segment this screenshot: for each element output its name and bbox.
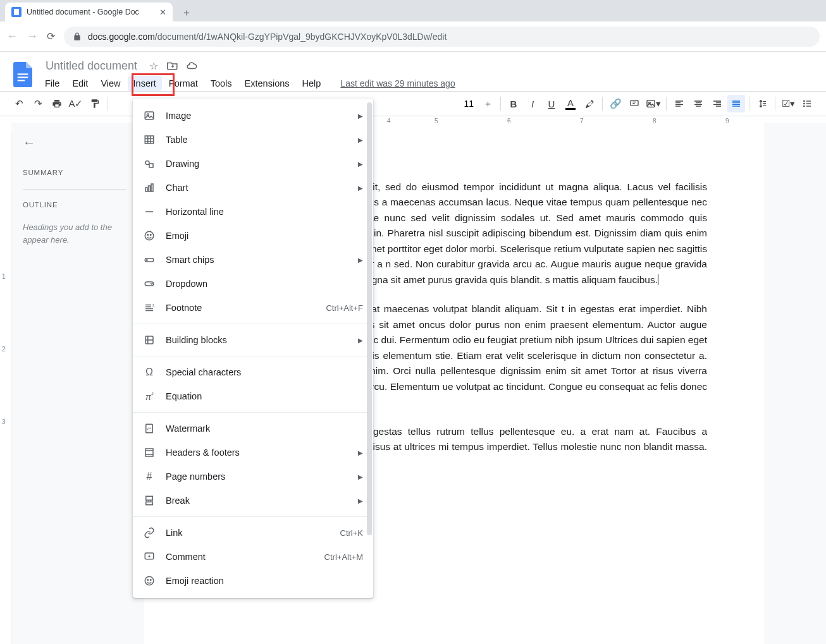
submenu-arrow-icon: ▶ (358, 473, 363, 480)
menu-item-label: Link (166, 528, 330, 538)
tab-title: Untitled document - Google Doc (27, 8, 139, 16)
insert-menu-drawing[interactable]: Drawing▶ (133, 152, 373, 176)
menu-divider (133, 356, 373, 356)
insert-menu-break[interactable]: Break▶ (133, 489, 373, 513)
nav-forward-button[interactable]: → (27, 30, 38, 43)
nav-back-button[interactable]: ← (6, 30, 18, 43)
menu-file[interactable]: File (39, 76, 65, 91)
insert-menu-emoji[interactable]: Emoji (133, 224, 373, 248)
redo-button[interactable]: ↷ (29, 95, 47, 112)
url-text: docs.google.com/document/d/1wANQkil-GzgY… (88, 32, 447, 42)
align-center-button[interactable] (689, 95, 707, 112)
menu-insert[interactable]: Insert (128, 76, 162, 91)
insert-comment-button[interactable] (626, 95, 643, 112)
insert-menu-footnote[interactable]: 1FootnoteCtrl+Alt+F (133, 296, 373, 320)
svg-rect-2 (18, 80, 25, 81)
insert-menu-chart[interactable]: Chart▶ (133, 176, 373, 200)
table-icon (143, 133, 156, 146)
insert-menu-building-blocks[interactable]: Building blocks▶ (133, 328, 373, 352)
document-title[interactable]: Untitled document (42, 58, 141, 74)
menu-help[interactable]: Help (297, 76, 327, 91)
insert-menu-link[interactable]: LinkCtrl+K (133, 521, 373, 545)
star-icon[interactable]: ☆ (147, 59, 160, 72)
menu-item-label: Dropdown (166, 279, 363, 289)
print-button[interactable] (48, 95, 66, 112)
menu-edit[interactable]: Edit (66, 76, 94, 91)
docs-favicon-icon (11, 7, 22, 17)
insert-menu-equation[interactable]: π²Equation (133, 384, 373, 408)
sidebar-back-button[interactable]: ← (23, 135, 126, 150)
vruler-mark: 1 (2, 273, 6, 280)
svg-point-41 (147, 580, 149, 581)
insert-menu-dropdown[interactable]: Dropdown (133, 272, 373, 296)
text-color-button[interactable]: A (562, 95, 579, 112)
insert-image-button[interactable]: ▾ (644, 95, 662, 112)
cloud-status-icon[interactable] (185, 59, 198, 72)
blocks-icon (143, 334, 156, 346)
footnote-icon: 1 (143, 301, 156, 314)
insert-menu-image[interactable]: Image▶ (133, 104, 373, 128)
hash-icon: # (143, 470, 156, 483)
fontsize-input[interactable]: 11 (460, 99, 478, 109)
new-tab-button[interactable]: ＋ (178, 4, 195, 21)
url-field[interactable]: docs.google.com/document/d/1wANQkil-GzgY… (64, 27, 820, 47)
insert-menu-smart-chips[interactable]: Smart chips▶ (133, 248, 373, 272)
equation-icon: π² (143, 390, 156, 403)
underline-button[interactable]: U (543, 95, 560, 112)
vruler-mark: 3 (2, 418, 6, 425)
fontsize-increase-button[interactable]: ＋ (479, 95, 496, 112)
svg-rect-4 (647, 100, 655, 107)
docs-logo-icon[interactable] (10, 59, 35, 90)
align-left-button[interactable] (670, 95, 688, 112)
checklist-button[interactable]: ☑▾ (779, 95, 797, 112)
dropdown-scrollbar[interactable] (367, 102, 372, 535)
menu-item-label: Table (166, 135, 348, 145)
menu-item-label: Chart (166, 183, 348, 193)
insert-menu-horizontal-line[interactable]: Horizontal line (133, 200, 373, 224)
break-icon (143, 494, 156, 507)
chips-icon (143, 253, 156, 266)
insert-menu-emoji-reaction[interactable]: Emoji reaction (133, 569, 373, 593)
menu-view[interactable]: View (95, 76, 126, 91)
close-tab-icon[interactable]: ✕ (159, 8, 166, 17)
spellcheck-button[interactable]: A✓ (67, 95, 85, 112)
svg-text:1: 1 (152, 303, 155, 307)
insert-menu-comment[interactable]: CommentCtrl+Alt+M (133, 545, 373, 569)
menu-tools[interactable]: Tools (205, 76, 238, 91)
align-right-button[interactable] (708, 95, 726, 112)
insert-menu-page-numbers[interactable]: #Page numbers▶ (133, 465, 373, 489)
address-bar-row: ← → ⟳ docs.google.com/document/d/1wANQki… (0, 21, 826, 52)
menu-divider (133, 324, 373, 324)
menu-shortcut: Ctrl+Alt+M (324, 552, 363, 562)
svg-rect-10 (806, 103, 811, 104)
italic-button[interactable]: I (524, 95, 541, 112)
line-spacing-button[interactable] (753, 95, 771, 112)
svg-point-22 (147, 234, 149, 236)
svg-rect-1 (18, 76, 28, 78)
last-edit-link[interactable]: Last edit was 29 minutes ago (340, 78, 455, 88)
vertical-ruler[interactable]: 1 2 3 (0, 134, 11, 644)
watermark-icon (143, 422, 156, 435)
insert-menu-watermark[interactable]: Watermark (133, 416, 373, 440)
tab-strip: Untitled document - Google Doc ✕ ＋ (0, 0, 826, 21)
bold-button[interactable]: B (505, 95, 522, 112)
emoji-icon (143, 229, 156, 242)
docs-header: Untitled document ☆ File Edit View Inser… (0, 52, 826, 91)
menu-format[interactable]: Format (163, 76, 204, 91)
move-folder-icon[interactable] (166, 59, 179, 72)
insert-menu-special-characters[interactable]: ΩSpecial characters (133, 360, 373, 384)
highlight-button[interactable]: 🖍 (581, 95, 598, 112)
menu-item-label: Comment (166, 552, 314, 562)
hr-icon (143, 205, 156, 218)
submenu-arrow-icon: ▶ (358, 137, 363, 143)
paint-format-button[interactable] (86, 95, 104, 112)
bullet-list-button[interactable] (798, 95, 816, 112)
browser-tab[interactable]: Untitled document - Google Doc ✕ (5, 3, 173, 21)
undo-button[interactable]: ↶ (10, 95, 28, 112)
reload-button[interactable]: ⟳ (47, 30, 55, 42)
insert-menu-table[interactable]: Table▶ (133, 128, 373, 152)
insert-menu-headers-footers[interactable]: Headers & footers▶ (133, 440, 373, 465)
align-justify-button[interactable] (727, 95, 745, 112)
insert-link-button[interactable]: 🔗 (607, 95, 624, 112)
menu-extensions[interactable]: Extensions (239, 76, 295, 91)
